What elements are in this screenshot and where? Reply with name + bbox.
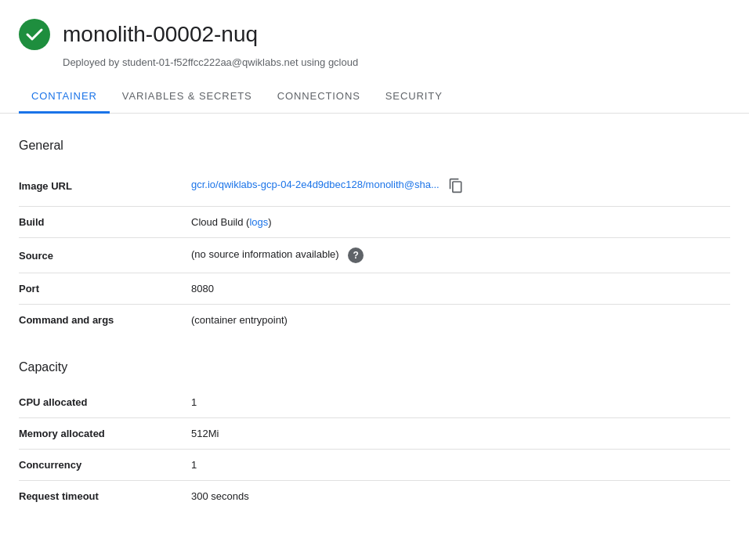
command-args-label: Command and args <box>19 305 191 336</box>
table-row: Request timeout 300 seconds <box>19 481 730 512</box>
table-row: Memory allocated 512Mi <box>19 418 730 450</box>
source-value: (no source information available) ? <box>191 238 730 273</box>
table-row: Port 8080 <box>19 273 730 305</box>
memory-allocated-value: 512Mi <box>191 418 730 450</box>
port-value: 8080 <box>191 273 730 305</box>
image-url-label: Image URL <box>19 165 191 207</box>
tab-bar: CONTAINER VARIABLES & SECRETS CONNECTION… <box>0 81 749 114</box>
table-row: Source (no source information available)… <box>19 238 730 273</box>
help-icon[interactable]: ? <box>348 247 364 263</box>
source-text: (no source information available) <box>191 248 339 260</box>
build-value: Cloud Build (logs) <box>191 207 730 238</box>
general-section: General Image URL gcr.io/qwiklabs-gcp-04… <box>19 139 730 335</box>
page-title: monolith-00002-nuq <box>63 22 258 47</box>
tab-security[interactable]: SECURITY <box>373 81 455 114</box>
title-row: monolith-00002-nuq <box>19 19 730 50</box>
main-content: General Image URL gcr.io/qwiklabs-gcp-04… <box>0 114 749 530</box>
subtitle: Deployed by student-01-f52ffcc222aa@qwik… <box>19 56 730 68</box>
capacity-section: Capacity CPU allocated 1 Memory allocate… <box>19 360 730 511</box>
build-label: Build <box>19 207 191 238</box>
svg-point-0 <box>19 19 50 50</box>
table-row: Image URL gcr.io/qwiklabs-gcp-04-2e4d9db… <box>19 165 730 207</box>
port-label: Port <box>19 273 191 305</box>
tab-container[interactable]: CONTAINER <box>19 81 110 114</box>
command-args-value: (container entrypoint) <box>191 305 730 336</box>
cpu-allocated-value: 1 <box>191 387 730 418</box>
image-url-link[interactable]: gcr.io/qwiklabs-gcp-04-2e4d9dbec128/mono… <box>191 179 440 190</box>
success-check-icon <box>19 19 50 50</box>
general-table: Image URL gcr.io/qwiklabs-gcp-04-2e4d9db… <box>19 165 730 335</box>
memory-allocated-label: Memory allocated <box>19 418 191 450</box>
copy-icon <box>448 178 464 193</box>
page-header: monolith-00002-nuq Deployed by student-0… <box>0 0 749 68</box>
tab-variables-secrets[interactable]: VARIABLES & SECRETS <box>110 81 265 114</box>
concurrency-label: Concurrency <box>19 450 191 481</box>
image-url-value: gcr.io/qwiklabs-gcp-04-2e4d9dbec128/mono… <box>191 165 730 207</box>
table-row: CPU allocated 1 <box>19 387 730 418</box>
table-row: Build Cloud Build (logs) <box>19 207 730 238</box>
logs-link[interactable]: logs <box>249 216 268 228</box>
capacity-section-title: Capacity <box>19 360 730 374</box>
copy-image-url-button[interactable] <box>445 175 467 197</box>
request-timeout-label: Request timeout <box>19 481 191 512</box>
table-row: Concurrency 1 <box>19 450 730 481</box>
request-timeout-value: 300 seconds <box>191 481 730 512</box>
tab-connections[interactable]: CONNECTIONS <box>265 81 373 114</box>
capacity-table: CPU allocated 1 Memory allocated 512Mi C… <box>19 387 730 511</box>
table-row: Command and args (container entrypoint) <box>19 305 730 336</box>
cpu-allocated-label: CPU allocated <box>19 387 191 418</box>
source-label: Source <box>19 238 191 273</box>
general-section-title: General <box>19 139 730 153</box>
concurrency-value: 1 <box>191 450 730 481</box>
